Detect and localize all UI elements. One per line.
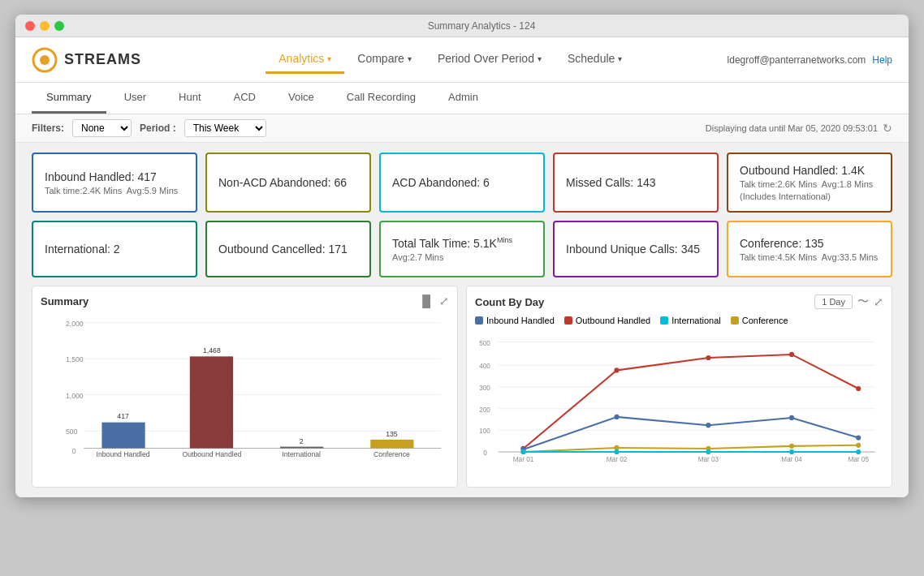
svg-rect-15 bbox=[190, 356, 233, 448]
tab-user[interactable]: User bbox=[110, 83, 161, 114]
nav-links: Analytics ▾ Compare ▾ Period Over Period… bbox=[174, 45, 728, 74]
refresh-icon[interactable]: ↻ bbox=[883, 122, 892, 135]
svg-point-55 bbox=[856, 443, 861, 448]
card-non-acd-value: Non-ACD Abandoned: 66 bbox=[218, 176, 358, 189]
svg-text:1,468: 1,468 bbox=[203, 346, 221, 355]
svg-point-48 bbox=[706, 423, 710, 428]
charts-row: Summary ▐▌ ⤢ 2,000 1,500 1,000 500 0 bbox=[32, 286, 892, 488]
expand-icon[interactable]: ⤢ bbox=[439, 294, 449, 307]
count-by-day-title: Count By Day bbox=[475, 296, 544, 308]
svg-point-45 bbox=[856, 386, 861, 391]
tab-call-recording[interactable]: Call Recording bbox=[332, 83, 430, 114]
legend-outbound-handled: Outbound Handled bbox=[564, 316, 650, 325]
card-conference: Conference: 135 Talk time:4.5K Mins Avg:… bbox=[727, 221, 892, 277]
svg-text:International: International bbox=[282, 450, 321, 458]
displaying-info: Displaying data until Mar 05, 2020 09:53… bbox=[706, 122, 892, 135]
card-non-acd-abandoned: Non-ACD Abandoned: 66 bbox=[205, 153, 371, 213]
legend-outbound-color bbox=[564, 316, 572, 325]
svg-text:1,000: 1,000 bbox=[66, 392, 84, 400]
stat-cards-row2: International: 2 Outbound Cancelled: 171… bbox=[32, 221, 892, 277]
line-chart-area: 500 400 300 200 100 0 Ma bbox=[475, 329, 883, 479]
nav-right: ldegroff@panterranetworks.com Help bbox=[728, 54, 892, 66]
card-inbound-unique-value: Inbound Unique Calls: 345 bbox=[566, 243, 706, 256]
svg-text:Mar 04: Mar 04 bbox=[781, 456, 802, 463]
svg-point-57 bbox=[614, 449, 619, 454]
svg-text:Mar 03: Mar 03 bbox=[698, 456, 719, 463]
card-missed-value: Missed Calls: 143 bbox=[566, 176, 706, 189]
svg-point-60 bbox=[856, 449, 861, 454]
svg-text:135: 135 bbox=[386, 430, 398, 438]
displaying-text: Displaying data until Mar 05, 2020 09:53… bbox=[706, 123, 878, 133]
card-inbound-unique: Inbound Unique Calls: 345 bbox=[553, 221, 719, 277]
card-conference-value: Conference: 135 bbox=[740, 237, 879, 250]
svg-point-43 bbox=[706, 355, 710, 360]
svg-point-58 bbox=[706, 449, 710, 454]
bar-chart-svg: 2,000 1,500 1,000 500 0 bbox=[41, 314, 449, 464]
expand-chart-icon[interactable]: ⤢ bbox=[874, 295, 883, 308]
nav-analytics[interactable]: Analytics ▾ bbox=[266, 45, 344, 74]
maximize-button[interactable] bbox=[54, 21, 64, 31]
help-link[interactable]: Help bbox=[872, 54, 892, 66]
tab-admin[interactable]: Admin bbox=[434, 83, 493, 114]
svg-text:Mar 02: Mar 02 bbox=[607, 456, 628, 463]
svg-text:300: 300 bbox=[479, 385, 490, 392]
svg-point-56 bbox=[520, 449, 525, 454]
svg-point-47 bbox=[614, 415, 619, 419]
app-window: Summary Analytics - 124 STREAMS Analytic… bbox=[15, 15, 909, 497]
chevron-down-icon: ▾ bbox=[618, 54, 622, 63]
line-chart-svg: 500 400 300 200 100 0 Ma bbox=[475, 329, 883, 479]
minimize-button[interactable] bbox=[40, 21, 50, 31]
card-total-talk-sub: Avg:2.7 Mins bbox=[392, 252, 532, 262]
legend-conference-color bbox=[731, 316, 739, 325]
tab-hunt[interactable]: Hunt bbox=[164, 83, 215, 114]
svg-text:Outbound Handled: Outbound Handled bbox=[182, 450, 241, 458]
summary-chart: Summary ▐▌ ⤢ 2,000 1,500 1,000 500 0 bbox=[32, 286, 458, 488]
filter-select[interactable]: None bbox=[72, 119, 132, 137]
tab-summary[interactable]: Summary bbox=[32, 83, 106, 114]
summary-chart-header: Summary ▐▌ ⤢ bbox=[41, 294, 449, 307]
count-by-day-chart: Count By Day 1 Day 〜 ⤢ Inbound Handled O… bbox=[466, 286, 892, 488]
svg-text:500: 500 bbox=[66, 428, 78, 436]
tab-acd[interactable]: ACD bbox=[219, 83, 270, 114]
card-conference-sub: Talk time:4.5K Mins Avg:33.5 Mins bbox=[740, 252, 879, 262]
close-button[interactable] bbox=[25, 21, 35, 31]
card-missed-calls: Missed Calls: 143 bbox=[553, 153, 719, 213]
legend-international-label: International bbox=[671, 316, 721, 325]
navbar: STREAMS Analytics ▾ Compare ▾ Period Ove… bbox=[15, 37, 909, 83]
filter-label: Filters: bbox=[32, 123, 64, 134]
nav-compare[interactable]: Compare ▾ bbox=[344, 45, 425, 74]
logo: STREAMS bbox=[32, 47, 141, 73]
svg-text:1,500: 1,500 bbox=[66, 355, 84, 363]
day-selector[interactable]: 1 Day bbox=[814, 294, 853, 309]
tabs-bar: Summary User Hunt ACD Voice Call Recordi… bbox=[15, 83, 909, 114]
legend-inbound-handled: Inbound Handled bbox=[475, 316, 555, 325]
content-area: Inbound Handled: 417 Talk time:2.4K Mins… bbox=[15, 143, 909, 497]
period-select[interactable]: This Week bbox=[184, 119, 266, 137]
card-inbound-handled: Inbound Handled: 417 Talk time:2.4K Mins… bbox=[32, 153, 197, 213]
legend-conference: Conference bbox=[731, 316, 788, 325]
nav-period-over-period[interactable]: Period Over Period ▾ bbox=[425, 45, 555, 74]
svg-point-54 bbox=[789, 444, 794, 449]
tab-voice[interactable]: Voice bbox=[274, 83, 329, 114]
titlebar: Summary Analytics - 124 bbox=[15, 15, 909, 37]
svg-point-59 bbox=[789, 449, 794, 454]
legend-inbound-color bbox=[475, 316, 483, 325]
card-outbound-value: Outbound Handled: 1.4K bbox=[740, 164, 879, 177]
bar-chart-icon[interactable]: ▐▌ bbox=[418, 294, 434, 307]
chevron-down-icon: ▾ bbox=[538, 54, 542, 63]
svg-text:0: 0 bbox=[72, 447, 76, 455]
svg-text:Mar 05: Mar 05 bbox=[848, 456, 869, 463]
line-chart-icon[interactable]: 〜 bbox=[857, 294, 869, 309]
nav-schedule[interactable]: Schedule ▾ bbox=[555, 45, 635, 74]
card-international-value: International: 2 bbox=[45, 243, 184, 256]
card-outbound-cancelled: Outbound Cancelled: 171 bbox=[205, 221, 371, 277]
svg-text:417: 417 bbox=[117, 412, 129, 420]
chevron-down-icon: ▾ bbox=[327, 54, 331, 63]
svg-text:0: 0 bbox=[483, 449, 487, 457]
svg-text:2: 2 bbox=[300, 437, 304, 445]
count-by-day-header: Count By Day 1 Day 〜 ⤢ bbox=[475, 294, 883, 309]
logo-text: STREAMS bbox=[64, 51, 141, 68]
card-total-talk-time: Total Talk Time: 5.1KMins Avg:2.7 Mins bbox=[379, 221, 545, 277]
svg-text:Conference: Conference bbox=[373, 450, 410, 458]
svg-point-44 bbox=[789, 352, 794, 357]
